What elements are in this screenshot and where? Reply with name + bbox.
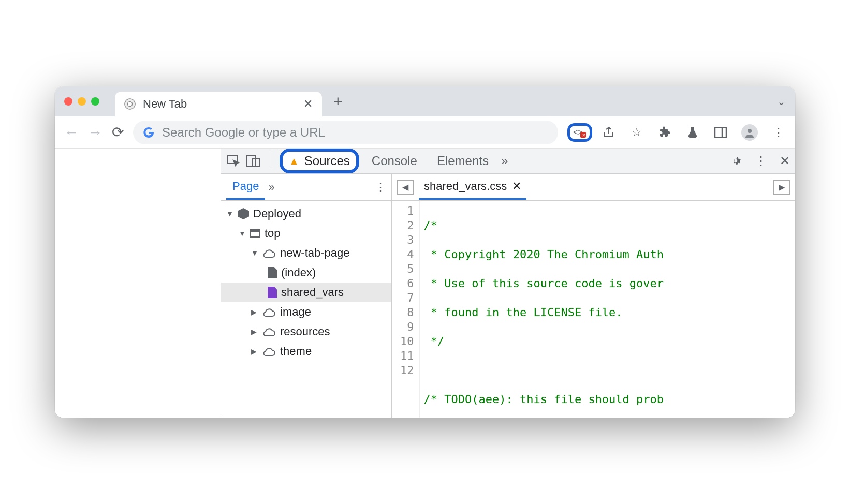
window-controls (64, 97, 99, 106)
devtools-menu-button[interactable]: ⋮ (755, 154, 767, 168)
sources-navigator: Page » ⋮ ▼ Deployed ▼ top (221, 174, 392, 418)
frame-icon (250, 229, 260, 238)
close-window-button[interactable] (64, 97, 72, 106)
device-toolbar-icon[interactable] (246, 154, 260, 168)
css-file-icon (268, 287, 277, 298)
reload-button[interactable]: ⟳ (112, 124, 124, 141)
cloud-icon (262, 346, 276, 357)
close-devtools-button[interactable]: ✕ (780, 154, 790, 168)
navigator-menu-button[interactable]: ⋮ (375, 181, 386, 194)
warning-icon: ▲ (289, 155, 299, 167)
navigator-tab-page[interactable]: Page (226, 174, 265, 200)
file-tree: ▼ Deployed ▼ top ▼ new-tab-page (221, 201, 391, 418)
side-panel-icon[interactable] (713, 125, 728, 140)
source-editor: ◀ shared_vars.css ✕ ▶ 1 2 3 4 (392, 174, 795, 418)
close-tab-button[interactable]: ✕ (303, 97, 313, 111)
browser-window: New Tab ✕ + ⌄ ← → ⟳ Search Google or typ… (55, 86, 795, 418)
svg-text:✕: ✕ (582, 132, 586, 138)
tree-node-theme[interactable]: ▶ theme (221, 342, 391, 361)
tab-search-button[interactable]: ⌄ (777, 95, 786, 108)
svg-point-1 (127, 101, 132, 106)
tree-node-deployed[interactable]: ▼ Deployed (221, 204, 391, 224)
toolbar-actions: ☆ ⋮ (602, 124, 786, 141)
svg-rect-5 (715, 127, 726, 138)
deployed-icon (238, 208, 249, 219)
line-gutter: 1 2 3 4 5 6 7 8 9 10 11 12 (392, 201, 420, 418)
tree-node-top[interactable]: ▼ top (221, 224, 391, 243)
cloud-icon (262, 327, 276, 337)
editor-tabs: ◀ shared_vars.css ✕ ▶ (392, 174, 795, 201)
omnibox[interactable]: Search Google or type a URL (133, 121, 558, 144)
devtools-tab-bar: ▲ Sources Console Elements » ⋮ ✕ (221, 149, 795, 174)
settings-gear-icon[interactable] (729, 154, 742, 168)
inspect-element-icon[interactable] (226, 154, 241, 168)
google-icon (142, 126, 155, 139)
svg-point-7 (748, 129, 752, 133)
new-tab-button[interactable]: + (333, 93, 343, 110)
show-debugger-button[interactable]: ▶ (773, 180, 790, 195)
more-tabs-button[interactable]: » (501, 154, 508, 168)
forward-button[interactable]: → (88, 124, 102, 141)
tab-console[interactable]: Console (364, 152, 424, 170)
minimize-window-button[interactable] (78, 97, 86, 106)
labs-icon[interactable] (685, 125, 700, 140)
extensions-icon[interactable] (657, 125, 672, 140)
tree-node-resources[interactable]: ▶ resources (221, 322, 391, 342)
navigator-tabs: Page » ⋮ (221, 174, 391, 201)
content-area: ▲ Sources Console Elements » ⋮ ✕ (55, 149, 795, 418)
tab-title: New Tab (143, 97, 187, 111)
tab-strip: New Tab ✕ + ⌄ (55, 86, 795, 116)
omnibox-placeholder: Search Google or type a URL (162, 125, 325, 140)
tree-node-shared-vars[interactable]: shared_vars (221, 283, 391, 302)
svg-rect-9 (247, 156, 255, 166)
devtools-error-indicator[interactable]: <>✕ (567, 123, 592, 142)
tree-node-new-tab-page[interactable]: ▼ new-tab-page (221, 243, 391, 263)
tree-node-image[interactable]: ▶ image (221, 302, 391, 322)
editor-file-tab[interactable]: shared_vars.css ✕ (419, 174, 526, 200)
show-navigator-button[interactable]: ◀ (397, 180, 414, 195)
page-viewport (55, 149, 221, 418)
devtools-panel: ▲ Sources Console Elements » ⋮ ✕ (221, 149, 795, 418)
code-area[interactable]: 1 2 3 4 5 6 7 8 9 10 11 12 (392, 201, 795, 418)
tab-sources[interactable]: ▲ Sources (280, 149, 359, 173)
bookmark-star-icon[interactable]: ☆ (629, 125, 644, 140)
navigator-more-tabs[interactable]: » (268, 181, 274, 194)
maximize-window-button[interactable] (91, 97, 99, 106)
profile-avatar[interactable] (741, 124, 758, 141)
code-content: /* * Copyright 2020 The Chromium Auth * … (420, 201, 664, 418)
share-icon[interactable] (602, 125, 616, 140)
tree-node-index[interactable]: (index) (221, 263, 391, 283)
cloud-icon (262, 307, 276, 317)
chrome-icon (124, 98, 136, 110)
toolbar: ← → ⟳ Search Google or type a URL <>✕ ☆ (55, 116, 795, 149)
file-icon (268, 267, 277, 278)
cloud-icon (262, 248, 276, 258)
chrome-menu-button[interactable]: ⋮ (771, 125, 786, 140)
close-file-tab-button[interactable]: ✕ (512, 180, 521, 193)
browser-tab[interactable]: New Tab ✕ (115, 92, 322, 116)
tab-elements[interactable]: Elements (430, 152, 496, 170)
back-button[interactable]: ← (64, 124, 79, 141)
tab-sources-label: Sources (304, 154, 350, 168)
